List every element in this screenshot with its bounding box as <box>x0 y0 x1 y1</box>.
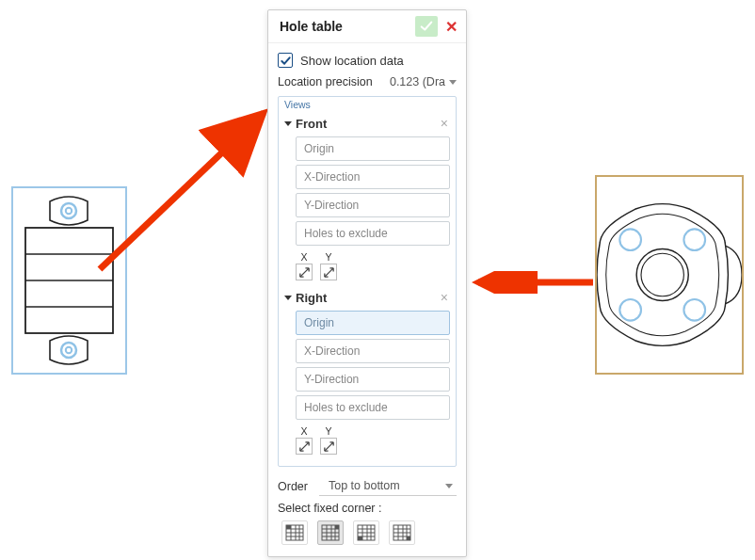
svg-point-12 <box>619 299 641 321</box>
holes-to-exclude-field[interactable]: Holes to exclude <box>296 221 450 246</box>
x-label: X <box>300 251 307 263</box>
view-section-right: Right × Origin X-Direction Y-Direction H… <box>279 286 456 460</box>
view-name: Front <box>296 117 327 131</box>
show-location-data-checkbox[interactable] <box>278 53 293 68</box>
arrow-from-right-view <box>469 271 601 294</box>
holes-to-exclude-field[interactable]: Holes to exclude <box>296 395 450 420</box>
show-location-data-label: Show location data <box>300 54 404 68</box>
y-label: Y <box>325 251 331 263</box>
remove-view-front[interactable]: × <box>439 116 450 131</box>
order-select[interactable]: Top to bottom <box>319 476 457 496</box>
panel-header: Hole table ✕ <box>268 10 466 43</box>
y-label: Y <box>325 425 331 437</box>
chevron-down-icon <box>284 296 292 300</box>
hole-table-panel: Hole table ✕ Show location data Location… <box>267 9 467 557</box>
right-view-drawing <box>597 181 742 369</box>
origin-field[interactable]: Origin <box>296 136 450 161</box>
corner-top-left-button[interactable] <box>281 520 308 545</box>
table-corner-icon <box>393 524 411 541</box>
svg-point-9 <box>641 253 683 296</box>
location-precision-select[interactable]: 0.123 (Dra <box>390 75 457 88</box>
x-direction-field[interactable]: X-Direction <box>296 165 450 189</box>
corner-top-right-button[interactable] <box>317 520 344 545</box>
svg-point-6 <box>61 343 76 358</box>
view-toggle-front[interactable]: Front <box>284 117 327 131</box>
svg-rect-31 <box>335 525 339 529</box>
svg-rect-47 <box>407 536 410 540</box>
location-precision-row: Location precision 0.123 (Dra <box>278 75 457 96</box>
svg-point-10 <box>619 229 641 250</box>
y-direction-field[interactable]: Y-Direction <box>296 193 450 217</box>
arrow-from-front-view <box>90 102 279 280</box>
right-view-preview[interactable] <box>595 175 744 375</box>
chevron-down-icon <box>445 484 453 488</box>
flip-arrow-icon <box>323 266 335 279</box>
origin-field[interactable]: Origin <box>296 311 450 335</box>
table-corner-icon <box>357 524 376 541</box>
svg-point-13 <box>683 299 705 321</box>
svg-point-7 <box>66 347 72 353</box>
table-corner-icon <box>285 524 304 541</box>
view-name: Right <box>296 291 327 305</box>
y-direction-field[interactable]: Y-Direction <box>296 367 450 392</box>
svg-rect-39 <box>358 536 362 540</box>
x-label: X <box>300 425 307 437</box>
svg-rect-23 <box>286 525 291 529</box>
cancel-button[interactable]: ✕ <box>442 16 460 37</box>
check-icon <box>420 20 433 33</box>
flip-y-button[interactable] <box>320 264 337 280</box>
check-icon <box>281 56 291 66</box>
location-precision-label: Location precision <box>278 75 373 88</box>
table-corner-icon <box>321 524 340 541</box>
close-icon: ✕ <box>445 18 458 36</box>
chevron-down-icon <box>284 121 292 126</box>
remove-view-right[interactable]: × <box>439 290 450 305</box>
svg-point-0 <box>61 203 76 218</box>
flip-arrow-icon <box>323 440 335 453</box>
views-label: Views <box>279 97 456 112</box>
fixed-corner-row <box>278 520 457 549</box>
chevron-down-icon <box>449 80 457 85</box>
svg-point-1 <box>66 208 72 214</box>
location-precision-value: 0.123 (Dra <box>390 75 445 88</box>
confirm-button[interactable] <box>415 16 438 37</box>
xy-flip-row: X Y <box>296 251 450 280</box>
svg-point-11 <box>683 229 705 250</box>
flip-arrow-icon <box>298 266 311 279</box>
corner-bottom-left-button[interactable] <box>353 520 379 545</box>
panel-title: Hole table <box>280 19 343 34</box>
xy-flip-row: X Y <box>296 425 450 455</box>
flip-y-button[interactable] <box>320 438 337 455</box>
svg-line-14 <box>100 113 264 269</box>
x-direction-field[interactable]: X-Direction <box>296 339 450 363</box>
views-box: Views Front × Origin X-Direction Y-Direc… <box>278 96 457 467</box>
order-label: Order <box>278 480 308 493</box>
flip-x-button[interactable] <box>296 264 313 280</box>
select-fixed-corner-label: Select fixed corner : <box>278 502 457 520</box>
order-value: Top to bottom <box>329 479 400 492</box>
flip-arrow-icon <box>298 440 311 453</box>
corner-bottom-right-button[interactable] <box>389 520 415 545</box>
view-section-front: Front × Origin X-Direction Y-Direction H… <box>279 112 456 286</box>
flip-x-button[interactable] <box>296 438 313 455</box>
order-row: Order Top to bottom <box>278 467 457 502</box>
show-location-data-row: Show location data <box>278 51 457 75</box>
view-toggle-right[interactable]: Right <box>284 291 327 305</box>
svg-point-8 <box>636 248 688 300</box>
